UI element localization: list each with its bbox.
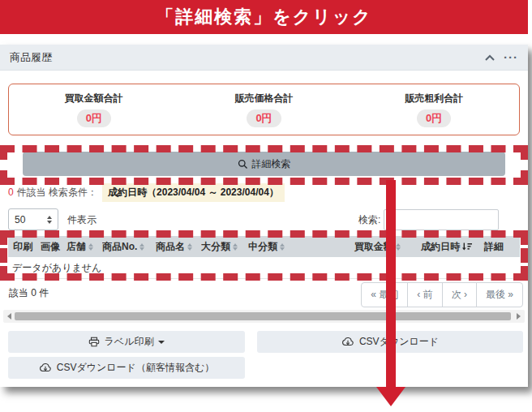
csv-download-customer-button[interactable]: CSVダウンロード（顧客情報含む）	[8, 357, 245, 379]
column-header-image: 画像	[41, 240, 66, 254]
product-history-panel: 商品履歴 ··· 買取金額合計 0円 販売価格合計 0円 販売粗利合計 0円	[0, 45, 528, 387]
column-header-product-no[interactable]: 商品No.	[102, 240, 156, 254]
summary-label: 販売粗利合計	[349, 92, 519, 105]
search-condition-highlight: 成約日時（2023/04/04 ～ 2023/04/04）	[102, 183, 285, 202]
column-header-detail: 詳細	[472, 240, 515, 254]
label-print-button[interactable]: ラベル印刷	[8, 331, 245, 353]
column-header-major-category[interactable]: 大分類	[201, 240, 248, 254]
column-header-contract-date[interactable]: 成約日時	[401, 240, 472, 254]
totals-summary-box: 買取金額合計 0円 販売価格合計 0円 販売粗利合計 0円	[8, 84, 520, 135]
panel-title: 商品履歴	[10, 50, 52, 65]
summary-item-purchase: 買取金額合計 0円	[9, 92, 179, 127]
printer-icon	[88, 337, 100, 347]
summary-value-badge: 0円	[417, 109, 451, 127]
table-empty-row: データがありません	[8, 257, 520, 279]
pagination-last-button[interactable]: 最後 »	[476, 282, 523, 307]
column-header-purchase-amount[interactable]: 買取金額	[298, 240, 401, 254]
spinner-carets-icon	[47, 216, 52, 224]
sort-icon	[233, 243, 238, 251]
summary-value-badge: 0円	[247, 109, 281, 127]
detail-search-button[interactable]: 詳細検索	[23, 152, 505, 176]
page: 「詳細検索」をクリック 商品履歴 ··· 買取金額合計 0円 販売価格合計 0円…	[0, 0, 532, 412]
instruction-banner-text: 「詳細検索」をクリック	[156, 5, 372, 29]
search-input[interactable]	[384, 209, 499, 230]
scrollbar-thumb[interactable]	[15, 312, 511, 320]
sort-icon	[88, 243, 93, 251]
horizontal-scrollbar[interactable]	[3, 310, 525, 323]
chevron-up-icon[interactable]	[484, 54, 496, 62]
column-header-print: 印刷	[13, 240, 41, 254]
ellipsis-menu-icon[interactable]: ···	[504, 54, 518, 62]
summary-label: 販売価格合計	[179, 92, 350, 105]
cloud-download-icon	[39, 363, 52, 373]
label-print-button-label: ラベル印刷	[105, 335, 154, 349]
cloud-download-icon	[341, 337, 354, 347]
footer-total: 該当 0 件	[9, 286, 49, 300]
scroll-left-arrow-icon[interactable]	[7, 313, 11, 320]
csv-download-customer-button-label: CSVダウンロード（顧客情報含む）	[57, 361, 214, 375]
table-empty-message: データがありません	[12, 261, 101, 275]
pagination: « 最初 ‹ 前 次 › 最後 »	[362, 282, 523, 307]
pagination-next-button[interactable]: 次 ›	[442, 282, 477, 307]
summary-item-sales-price: 販売価格合計 0円	[179, 92, 350, 127]
column-header-middle-category[interactable]: 中分類	[248, 240, 298, 254]
summary-item-gross-profit: 販売粗利合計 0円	[349, 92, 519, 127]
result-status-row: 0 件該当 検索条件： 成約日時（2023/04/04 ～ 2023/04/04…	[8, 183, 285, 201]
summary-value-badge: 0円	[77, 109, 111, 127]
column-header-product-name[interactable]: 商品名	[156, 240, 201, 254]
page-length-select[interactable]: 50	[8, 208, 58, 230]
sort-icon	[139, 243, 144, 251]
pagination-first-button[interactable]: « 最初	[361, 282, 408, 307]
column-header-store[interactable]: 店舗	[66, 240, 102, 254]
pagination-prev-button[interactable]: ‹ 前	[407, 282, 442, 307]
scroll-right-arrow-icon[interactable]	[517, 313, 521, 320]
search-icon	[238, 159, 248, 170]
page-length-value: 50	[15, 214, 25, 225]
table-header-row: 印刷 画像 店舗 商品No. 商品名 大分類 中分類 買取金額 成約日時 詳細	[8, 236, 520, 257]
sort-icon	[187, 243, 192, 251]
panel-header: 商品履歴 ···	[0, 45, 528, 71]
caret-down-icon	[158, 341, 165, 344]
result-status-text: 件該当 検索条件：	[17, 186, 97, 200]
result-count: 0	[8, 187, 14, 198]
page-length-label: 件表示	[67, 213, 97, 227]
search-label: 検索:	[358, 213, 380, 227]
summary-label: 買取金額合計	[9, 92, 179, 105]
csv-download-button-label: CSVダウンロード	[359, 335, 439, 349]
sort-icon	[280, 243, 285, 251]
annotation-arrow-head-icon	[376, 387, 405, 406]
instruction-banner: 「詳細検索」をクリック	[0, 0, 528, 34]
detail-search-button-label: 詳細検索	[252, 157, 291, 171]
sort-desc-icon	[462, 242, 472, 251]
csv-download-button[interactable]: CSVダウンロード	[257, 331, 523, 353]
